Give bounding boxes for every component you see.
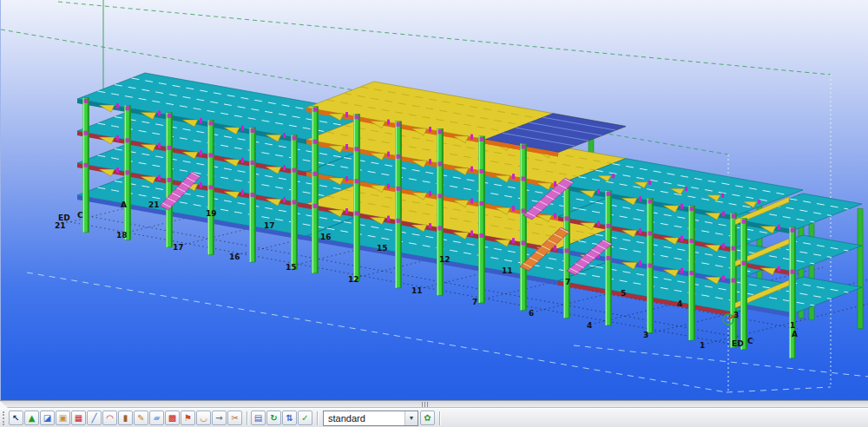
scrollbar-corner-wedge — [0, 401, 8, 408]
bottom-toolbar: ↖▲◪▣▦╱◠▮✎▰▩⚑◡→✂ ▤↻⇅✓ standard ▼ ✿ — [0, 408, 868, 427]
toolbar-group-modeling: ↖▲◪▣▦╱◠▮✎▰▩⚑◡→✂ — [9, 411, 243, 425]
create-grid-button[interactable]: ▦ — [71, 411, 86, 425]
create-view-icon: ◪ — [43, 411, 51, 424]
fit-work-area-button[interactable]: ↻ — [266, 411, 281, 425]
part-properties-icon: → — [215, 411, 222, 424]
select-pointer-button[interactable]: ↖ — [9, 411, 23, 425]
create-cut-icon: ✂ — [231, 411, 238, 424]
create-polybeam-button[interactable]: ✎ — [134, 411, 148, 425]
create-weld-icon: ⚑ — [184, 411, 192, 424]
object-representation-icon: ✿ — [424, 411, 431, 424]
create-polybeam-icon: ✎ — [137, 411, 144, 424]
part-properties-button[interactable]: → — [212, 411, 227, 425]
grid-label: 3 — [733, 311, 739, 319]
lifting-hook-icon: ◡ — [201, 411, 207, 424]
grid-label: 15 — [286, 263, 297, 272]
grid-label: 18 — [116, 231, 128, 240]
grid-label: C — [77, 211, 83, 220]
grid-label: 11 — [411, 286, 423, 295]
create-plate-button[interactable]: ▰ — [149, 411, 164, 425]
create-grid-icon: ▦ — [75, 411, 82, 424]
grid-label: 7 — [472, 298, 477, 306]
grid-label: 21 — [55, 221, 66, 230]
create-curved-beam-button[interactable]: ◠ — [102, 411, 117, 425]
lifting-hook-button[interactable]: ◡ — [196, 411, 211, 425]
create-point-icon: ▲ — [29, 411, 36, 424]
pane-splitter-grip[interactable] — [422, 402, 428, 407]
create-point-button[interactable]: ▲ — [24, 411, 39, 425]
create-box-button[interactable]: ▣ — [56, 411, 70, 425]
model-viewport-3d[interactable]: 2119171615121175431AED21CA18171615121176… — [1, 0, 868, 400]
grid-label: 1 — [790, 321, 795, 330]
create-bolts-icon: ▩ — [168, 411, 176, 424]
create-plate-icon: ▰ — [154, 411, 161, 424]
grid-label: 17 — [173, 243, 184, 252]
grid-label: 15 — [377, 244, 388, 253]
grid-label: 4 — [587, 321, 592, 330]
combobox-value: standard — [324, 413, 404, 424]
numbering-icon: ⇅ — [286, 411, 293, 424]
create-column-button[interactable]: ▮ — [118, 411, 133, 425]
grid-label: 6 — [529, 309, 534, 318]
toolbar-separator — [439, 411, 440, 425]
phase-manager-icon: ▤ — [254, 411, 262, 424]
grid-label: C — [747, 337, 753, 345]
toolbar-separator — [247, 411, 247, 425]
view-settings-combobox[interactable]: standard ▼ — [323, 411, 418, 426]
application-window: 2119171615121175431AED21CA18171615121176… — [0, 0, 868, 427]
model-view-3d[interactable]: 2119171615121175431AED21CA18171615121176… — [0, 0, 868, 400]
object-representation-button[interactable]: ✿ — [420, 411, 435, 425]
create-beam-button[interactable]: ╱ — [87, 411, 102, 425]
horizontal-scrollbar[interactable] — [0, 400, 868, 408]
create-column-icon: ▮ — [123, 411, 128, 424]
numbering-button[interactable]: ⇅ — [282, 411, 297, 425]
grid-label: 3 — [643, 331, 648, 339]
combobox-dropdown-arrow-icon[interactable]: ▼ — [404, 411, 418, 425]
grid-label: 16 — [229, 253, 240, 261]
create-view-button[interactable]: ◪ — [40, 411, 55, 425]
create-box-icon: ▣ — [59, 411, 67, 424]
create-curved-beam-icon: ◠ — [107, 411, 114, 424]
toolbar-group-tools: ▤↻⇅✓ — [251, 411, 313, 425]
grid-label: 5 — [621, 289, 626, 298]
grid-label: ED — [732, 339, 744, 348]
fit-work-area-icon: ↻ — [270, 411, 277, 424]
grid-label: 21 — [148, 200, 160, 209]
grid-label: 12 — [439, 255, 450, 264]
create-beam-icon: ╱ — [91, 411, 96, 424]
grid-label: 4 — [677, 299, 682, 308]
create-bolts-button[interactable]: ▩ — [165, 411, 180, 425]
toolbar-drag-handle[interactable] — [3, 411, 6, 425]
structural-model[interactable] — [77, 73, 863, 358]
grid-label: 7 — [565, 278, 570, 286]
grid-label: 12 — [348, 275, 359, 284]
grid-label: A — [121, 200, 127, 209]
grid-label: 16 — [320, 233, 332, 241]
grid-label: 19 — [206, 209, 217, 218]
create-weld-button[interactable]: ⚑ — [181, 411, 195, 425]
create-cut-button[interactable]: ✂ — [227, 411, 242, 425]
toolbar-separator — [317, 411, 318, 425]
grid-label: 1 — [700, 341, 705, 350]
grid-label: 17 — [264, 221, 275, 230]
phase-manager-button[interactable]: ▤ — [251, 411, 266, 425]
grid-label: 11 — [502, 266, 513, 275]
select-pointer-icon: ↖ — [12, 411, 19, 424]
grid-label: A — [792, 330, 798, 338]
toolbar-group-representation: ✿ — [420, 411, 436, 425]
perform-numbering-button[interactable]: ✓ — [298, 411, 312, 425]
perform-numbering-icon: ✓ — [301, 411, 308, 424]
